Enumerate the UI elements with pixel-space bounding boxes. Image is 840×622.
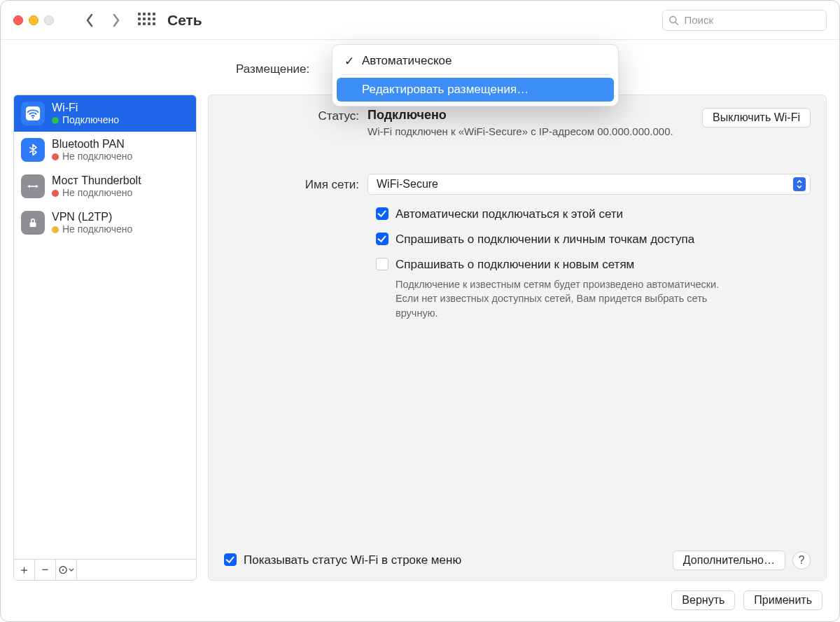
location-menu-item-edit[interactable]: Редактировать размещения… [337, 78, 614, 102]
network-name-value: WiFi-Secure [377, 178, 438, 191]
checkbox-label: Автоматически подключаться к этой сети [396, 207, 623, 221]
checkbox-label: Спрашивать о подключении к личным точкам… [396, 233, 694, 247]
sidebar-item-bluetooth-pan[interactable]: Bluetooth PAN Не подключено [14, 132, 196, 168]
svg-point-4 [28, 185, 30, 187]
sidebar-item-thunderbolt-bridge[interactable]: Мост Thunderbolt Не подключено [14, 168, 196, 205]
status-dot-icon [52, 117, 59, 124]
search-input[interactable] [682, 13, 820, 27]
service-actions-menu[interactable]: ⊙ [56, 560, 77, 580]
service-status: Не подключено [62, 187, 132, 199]
revert-button[interactable]: Вернуть [671, 590, 735, 610]
checkbox-auto-join[interactable] [376, 207, 388, 220]
bluetooth-icon [21, 138, 45, 162]
advanced-button[interactable]: Дополнительно… [673, 551, 785, 570]
search-field[interactable] [662, 10, 827, 31]
network-name-label: Имя сети: [224, 177, 368, 192]
thunderbolt-bridge-icon [21, 174, 45, 198]
checkbox-ask-hotspot[interactable] [376, 233, 388, 245]
service-list-toolbar: ＋ − ⊙ [14, 559, 196, 580]
location-dropdown-menu[interactable]: ✓ Автоматическое Редактировать размещени… [332, 44, 619, 106]
status-label: Статус: [224, 108, 368, 123]
checkbox-hint: Подключение к известным сетям будет прои… [396, 277, 738, 320]
service-name: Bluetooth PAN [52, 137, 132, 151]
search-icon [668, 15, 678, 26]
page-title: Сеть [167, 12, 202, 29]
chevron-down-icon [69, 568, 74, 572]
close-icon[interactable] [13, 15, 23, 25]
back-button[interactable] [79, 10, 100, 31]
add-service-button[interactable]: ＋ [14, 560, 35, 580]
svg-point-5 [35, 185, 37, 187]
help-button[interactable]: ? [792, 551, 811, 569]
sidebar-item-wifi[interactable]: Wi-Fi Подключено [14, 95, 196, 132]
minimize-icon[interactable] [29, 15, 38, 25]
location-label: Размещение: [236, 62, 309, 76]
service-status: Не подключено [62, 223, 132, 235]
system-preferences-network-window: Сеть Размещение: ✓ Автоматическое Редакт… [0, 0, 840, 622]
status-detail: Wi-Fi подключен к «WiFi-Secure» с IP-адр… [368, 125, 702, 137]
traffic-lights [13, 15, 54, 25]
status-value: Подключено [368, 108, 702, 123]
apply-button[interactable]: Применить [743, 590, 822, 610]
checkbox-label: Показывать статус Wi-Fi в строке меню [244, 553, 461, 567]
lock-icon [21, 211, 45, 235]
location-menu-item-automatic[interactable]: ✓ Автоматическое [337, 49, 614, 73]
status-dot-icon [52, 226, 59, 233]
toolbar-empty [77, 560, 196, 580]
svg-point-3 [32, 117, 34, 118]
network-name-select[interactable]: WiFi-Secure [368, 174, 811, 195]
menu-item-label: Редактировать размещения… [344, 83, 528, 97]
wifi-icon [21, 102, 45, 125]
updown-arrows-icon [793, 177, 806, 191]
status-dot-icon [52, 153, 59, 160]
checkbox-ask-new[interactable] [376, 258, 388, 270]
service-status: Подключено [62, 114, 119, 126]
gear-alt-icon: ⊙ [58, 562, 68, 577]
service-name: Мост Thunderbolt [52, 174, 141, 187]
service-list: Wi-Fi Подключено Bluetooth PAN Не подклю… [13, 95, 197, 581]
service-name: VPN (L2TP) [52, 210, 132, 223]
status-dot-icon [52, 190, 59, 197]
sidebar-item-vpn[interactable]: VPN (L2TP) Не подключено [14, 205, 196, 241]
service-status: Не подключено [62, 151, 132, 163]
checkmark-icon: ✓ [344, 54, 355, 69]
titlebar: Сеть [1, 1, 839, 40]
detail-pane: Статус: Подключено Wi-Fi подключен к «Wi… [208, 95, 827, 581]
menu-separator [342, 74, 608, 75]
zoom-icon [44, 15, 54, 25]
svg-line-1 [676, 22, 678, 25]
menu-item-label: Автоматическое [362, 54, 451, 68]
checkbox-label: Спрашивать о подключении к новым сетям [396, 258, 634, 272]
svg-rect-6 [30, 222, 36, 227]
service-name: Wi-Fi [52, 101, 119, 114]
turn-wifi-off-button[interactable]: Выключить Wi-Fi [702, 108, 811, 127]
checkbox-show-menubar[interactable] [224, 553, 237, 566]
forward-button [106, 10, 127, 31]
remove-service-button[interactable]: − [35, 560, 56, 580]
show-all-icon[interactable] [138, 13, 153, 28]
